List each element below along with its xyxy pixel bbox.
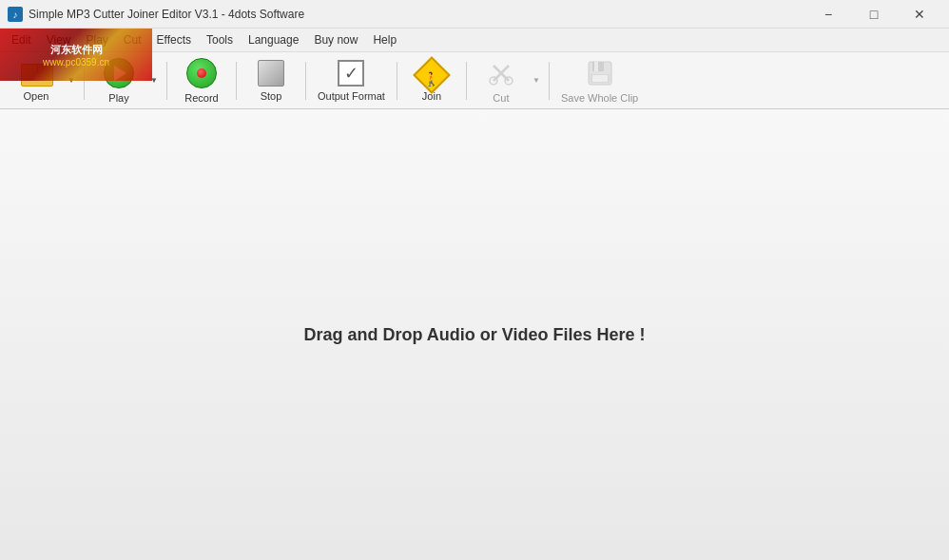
watermark-line2: www.pc0359.cn bbox=[43, 57, 109, 68]
separator-3 bbox=[236, 62, 237, 100]
main-content: Drag and Drop Audio or Video Files Here … bbox=[0, 109, 949, 560]
record-label: Record bbox=[184, 92, 218, 104]
play-label: Play bbox=[108, 92, 128, 104]
minimize-button[interactable]: − bbox=[806, 0, 850, 29]
svg-rect-10 bbox=[592, 75, 608, 82]
menu-item-language[interactable]: Language bbox=[241, 29, 306, 51]
output-format-icon: ✓ bbox=[336, 60, 366, 87]
svg-text:♪: ♪ bbox=[13, 10, 18, 20]
titlebar: ♪ Simple MP3 Cutter Joiner Editor V3.1 -… bbox=[0, 0, 949, 29]
watermark: 河东软件网 www.pc0359.cn bbox=[0, 29, 152, 81]
close-button[interactable]: ✕ bbox=[898, 0, 941, 29]
stop-icon bbox=[256, 60, 286, 87]
record-button[interactable]: Record bbox=[173, 56, 230, 106]
join-icon: 🚶 bbox=[416, 60, 447, 87]
cut-dropdown-arrow[interactable]: ▼ bbox=[530, 56, 543, 106]
app-icon: ♪ bbox=[8, 7, 23, 22]
window-title: Simple MP3 Cutter Joiner Editor V3.1 - 4… bbox=[29, 8, 304, 21]
record-icon bbox=[186, 58, 217, 88]
open-label: Open bbox=[24, 90, 49, 102]
separator-5 bbox=[397, 62, 397, 100]
svg-rect-8 bbox=[594, 62, 598, 71]
maximize-button[interactable]: □ bbox=[852, 0, 896, 29]
titlebar-controls: − □ ✕ bbox=[806, 0, 941, 29]
output-format-label: Output Format bbox=[318, 90, 385, 102]
separator-6 bbox=[466, 62, 467, 100]
save-whole-clip-icon bbox=[585, 58, 615, 88]
menu-item-effects[interactable]: Effects bbox=[149, 29, 199, 51]
separator-7 bbox=[549, 62, 550, 100]
save-whole-clip-label: Save Whole Clip bbox=[561, 92, 638, 104]
save-whole-clip-button[interactable]: Save Whole Clip bbox=[555, 56, 644, 106]
cut-label: Cut bbox=[493, 92, 509, 104]
watermark-line1: 河东软件网 bbox=[50, 43, 103, 57]
cut-button-group: Cut ▼ bbox=[473, 56, 543, 106]
stop-label: Stop bbox=[261, 90, 282, 102]
output-format-button[interactable]: ✓ Output Format bbox=[312, 56, 391, 106]
separator-2 bbox=[166, 62, 167, 100]
menu-item-tools[interactable]: Tools bbox=[199, 29, 241, 51]
cut-button[interactable]: Cut bbox=[473, 56, 530, 106]
separator-4 bbox=[305, 62, 306, 100]
menu-item-help[interactable]: Help bbox=[365, 29, 404, 51]
menu-item-buynow[interactable]: Buy now bbox=[306, 29, 365, 51]
join-button[interactable]: 🚶 Join bbox=[403, 56, 460, 106]
titlebar-left: ♪ Simple MP3 Cutter Joiner Editor V3.1 -… bbox=[8, 7, 304, 22]
drop-message: Drag and Drop Audio or Video Files Here … bbox=[303, 325, 645, 345]
cut-icon bbox=[486, 58, 516, 88]
stop-button[interactable]: Stop bbox=[242, 56, 300, 106]
